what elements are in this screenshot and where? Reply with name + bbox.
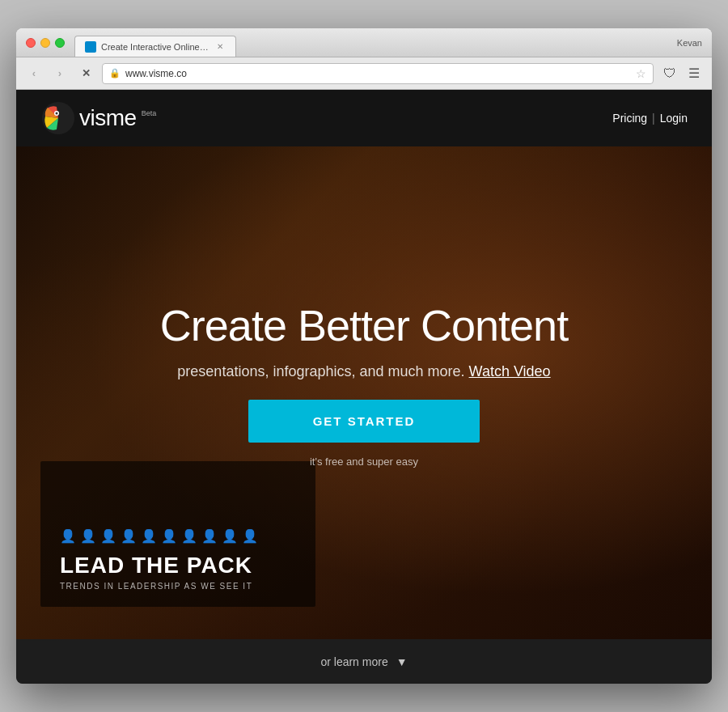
hero-title: Create Better Content [160, 302, 568, 350]
maximize-button[interactable] [55, 38, 65, 48]
lead-subtitle: TRENDS IN LEADERSHIP AS WE SEE IT [60, 582, 296, 591]
menu-icon[interactable]: ☰ [684, 64, 704, 83]
presentation-preview: 👤 👤 👤 👤 👤 👤 👤 👤 👤 👤 LEAD THE PACK TRENDS… [40, 461, 315, 607]
learn-more-arrow: ▼ [396, 655, 408, 668]
beta-badge: Beta [142, 109, 157, 117]
bookmark-icon[interactable]: ☆ [636, 67, 646, 80]
lock-icon: 🔒 [109, 68, 121, 78]
browser-tab[interactable]: Create Interactive Online P... ✕ [74, 36, 236, 57]
back-button[interactable]: ‹ [24, 64, 44, 83]
nav-right: Pricing | Login [612, 112, 688, 125]
bottom-bar[interactable]: or learn more ▼ [16, 639, 712, 684]
learn-more-text: or learn more [320, 655, 387, 668]
title-bar: Create Interactive Online P... ✕ Kevan [16, 28, 712, 57]
logo-icon [40, 100, 76, 136]
lead-title: LEAD THE PACK [60, 553, 296, 578]
url-bar[interactable]: 🔒 www.visme.co ☆ [102, 63, 654, 84]
toolbar-icons: 🛡 ☰ [660, 64, 704, 83]
person-icons: 👤 👤 👤 👤 👤 👤 👤 👤 👤 👤 [60, 528, 296, 544]
minimize-button[interactable] [40, 38, 50, 48]
person-icon-3: 👤 [100, 528, 116, 544]
tab-close-button[interactable]: ✕ [214, 41, 226, 53]
browser-window: Create Interactive Online P... ✕ Kevan ‹… [16, 28, 712, 684]
nav-separator: | [652, 112, 655, 125]
close-button[interactable] [26, 38, 36, 48]
reload-button[interactable]: ✕ [76, 64, 95, 83]
person-icon-7: 👤 [181, 528, 197, 544]
person-icon-10: 👤 [242, 528, 258, 544]
person-icon-9: 👤 [222, 528, 238, 544]
person-icon-6: 👤 [161, 528, 177, 544]
hero-subtitle-text: presentations, infographics, and much mo… [177, 363, 464, 379]
url-text: www.visme.co [125, 68, 631, 79]
forward-button[interactable]: › [50, 64, 70, 83]
person-icon-5: 👤 [141, 528, 157, 544]
address-bar: ‹ › ✕ 🔒 www.visme.co ☆ 🛡 ☰ [16, 57, 712, 90]
hero-section: 👤 👤 👤 👤 👤 👤 👤 👤 👤 👤 LEAD THE PACK TRENDS… [16, 146, 712, 639]
hero-content: Create Better Content presentations, inf… [160, 302, 568, 467]
person-icon-1: 👤 [60, 528, 76, 544]
svg-point-2 [56, 112, 58, 115]
tab-favicon [85, 41, 96, 53]
presentation-content: 👤 👤 👤 👤 👤 👤 👤 👤 👤 👤 LEAD THE PACK TRENDS… [40, 461, 315, 607]
tab-area: Create Interactive Online P... ✕ [74, 28, 236, 57]
traffic-lights [26, 38, 65, 48]
site-navigation: visme Beta Pricing | Login [16, 90, 712, 146]
shield-icon[interactable]: 🛡 [660, 64, 679, 83]
person-icon-8: 👤 [201, 528, 218, 544]
site-logo[interactable]: visme Beta [40, 100, 156, 136]
user-badge: Kevan [677, 38, 702, 48]
person-icon-2: 👤 [80, 528, 96, 544]
website-content: visme Beta Pricing | Login 👤 [16, 90, 712, 684]
hero-subtitle: presentations, infographics, and much mo… [177, 363, 550, 380]
logo-text: visme [79, 105, 137, 131]
watch-video-link[interactable]: Watch Video [469, 363, 551, 379]
tab-title: Create Interactive Online P... [101, 42, 210, 52]
get-started-button[interactable]: GET STARTED [248, 400, 480, 443]
login-link[interactable]: Login [660, 112, 688, 125]
person-icon-4: 👤 [121, 528, 137, 544]
pricing-link[interactable]: Pricing [612, 112, 647, 125]
cta-subtext: it's free and super easy [310, 456, 418, 468]
